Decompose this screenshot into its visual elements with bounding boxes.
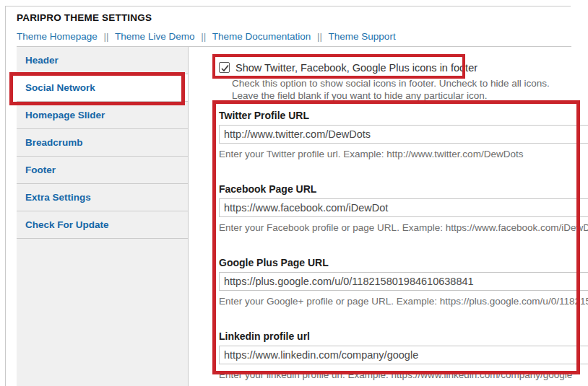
- facebook-url-help: Enter your Facebook profile or page URL.…: [219, 222, 588, 233]
- tab-homepage-slider[interactable]: Homepage Slider: [17, 102, 188, 129]
- linkedin-url-label: Linkedin profile url: [219, 330, 588, 342]
- linkedin-url-field-group: Linkedin profile url Enter your linkedin…: [219, 330, 588, 380]
- twitter-url-help: Enter your Twitter profile url. Example:…: [219, 149, 588, 159]
- facebook-url-field-group: Facebook Page URL Enter your Facebook pr…: [219, 183, 588, 233]
- link-theme-documentation[interactable]: Theme Documentation: [212, 31, 311, 42]
- settings-tab-list: Header Social Network Homepage Slider Br…: [17, 47, 189, 386]
- footer-icons-checkbox[interactable]: [219, 62, 230, 73]
- tab-footer[interactable]: Footer: [17, 157, 188, 184]
- twitter-url-label: Twitter Profile URL: [219, 110, 588, 121]
- theme-links-row: Theme Homepage || Theme Live Demo || The…: [17, 31, 571, 42]
- tab-header[interactable]: Header: [17, 47, 188, 74]
- linkedin-url-input[interactable]: [219, 346, 588, 364]
- google-plus-url-label: Google Plus Page URL: [219, 257, 588, 268]
- description-line: Leave the field blank if you want to hid…: [232, 89, 550, 102]
- social-url-fields: Twitter Profile URL Enter your Twitter p…: [219, 110, 588, 386]
- google-plus-url-field-group: Google Plus Page URL Enter your Google+ …: [219, 257, 588, 307]
- twitter-url-input[interactable]: [219, 125, 588, 144]
- page-title: PARIPRO THEME SETTINGS: [17, 12, 571, 23]
- social-network-settings-pane: Show Twitter, Facebook, Google Plus icon…: [189, 47, 571, 386]
- footer-icons-checkbox-row: Show Twitter, Facebook, Google Plus icon…: [219, 61, 477, 74]
- vertical-tabs: Header Social Network Homepage Slider Br…: [17, 46, 571, 386]
- theme-settings-panel: PARIPRO THEME SETTINGS Theme Homepage ||…: [5, 6, 571, 386]
- footer-icons-description: Check this option to show social icons i…: [232, 77, 550, 102]
- tab-social-network[interactable]: Social Network: [17, 74, 188, 102]
- description-line: Check this option to show social icons i…: [232, 77, 550, 89]
- facebook-url-label: Facebook Page URL: [219, 183, 588, 195]
- link-theme-support[interactable]: Theme Support: [329, 31, 396, 42]
- tab-breadcrumb[interactable]: Breadcrumb: [17, 129, 188, 157]
- link-theme-homepage[interactable]: Theme Homepage: [17, 31, 98, 42]
- link-separator: ||: [317, 31, 322, 42]
- twitter-url-field-group: Twitter Profile URL Enter your Twitter p…: [219, 110, 588, 159]
- tab-extra-settings[interactable]: Extra Settings: [17, 184, 188, 211]
- facebook-url-input[interactable]: [219, 198, 588, 217]
- google-plus-url-help: Enter your Google+ profile or page URL. …: [219, 296, 588, 307]
- footer-icons-checkbox-label[interactable]: Show Twitter, Facebook, Google Plus icon…: [235, 62, 477, 74]
- google-plus-url-input[interactable]: [219, 272, 588, 291]
- link-separator: ||: [201, 31, 206, 42]
- tab-check-for-update[interactable]: Check For Update: [17, 211, 188, 239]
- linkedin-url-help: Enter your linkedin profile url. Example…: [219, 369, 588, 380]
- link-theme-live-demo[interactable]: Theme Live Demo: [115, 31, 194, 42]
- link-separator: ||: [104, 31, 109, 42]
